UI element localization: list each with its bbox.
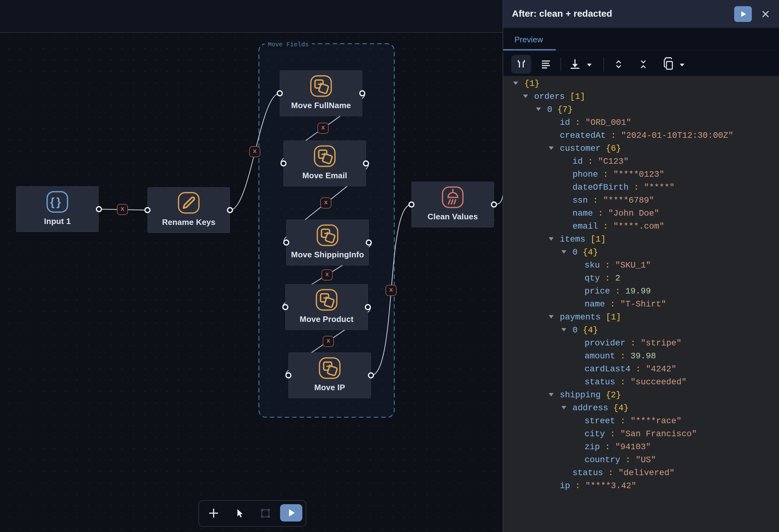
svg-text:{}: {} xyxy=(50,196,63,208)
